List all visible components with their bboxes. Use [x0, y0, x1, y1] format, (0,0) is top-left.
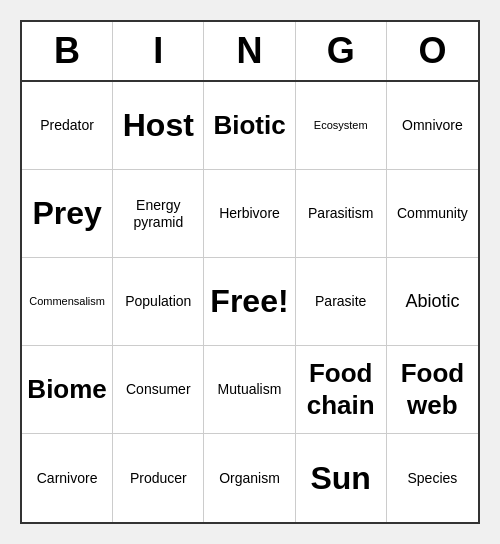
bingo-cell-r4-c4: Species: [387, 434, 478, 522]
cell-text-r4-c3: Sun: [310, 459, 370, 497]
cell-text-r3-c4: Food web: [391, 358, 474, 420]
bingo-cell-r3-c0: Biome: [22, 346, 113, 434]
bingo-letter-n: N: [204, 22, 295, 80]
cell-text-r1-c2: Herbivore: [219, 205, 280, 222]
cell-text-r3-c0: Biome: [27, 374, 106, 405]
bingo-header: BINGO: [22, 22, 478, 82]
cell-text-r2-c2: Free!: [210, 282, 288, 320]
bingo-letter-i: I: [113, 22, 204, 80]
cell-text-r2-c0: Commensalism: [29, 295, 105, 308]
bingo-cell-r2-c3: Parasite: [296, 258, 387, 346]
cell-text-r4-c1: Producer: [130, 470, 187, 487]
cell-text-r3-c2: Mutualism: [218, 381, 282, 398]
cell-text-r4-c2: Organism: [219, 470, 280, 487]
cell-text-r3-c1: Consumer: [126, 381, 191, 398]
cell-text-r3-c3: Food chain: [300, 358, 382, 420]
bingo-cell-r1-c3: Parasitism: [296, 170, 387, 258]
cell-text-r0-c4: Omnivore: [402, 117, 463, 134]
bingo-cell-r0-c4: Omnivore: [387, 82, 478, 170]
bingo-letter-b: B: [22, 22, 113, 80]
bingo-cell-r4-c2: Organism: [204, 434, 295, 522]
bingo-cell-r0-c2: Biotic: [204, 82, 295, 170]
bingo-cell-r2-c4: Abiotic: [387, 258, 478, 346]
bingo-cell-r4-c1: Producer: [113, 434, 204, 522]
bingo-cell-r1-c0: Prey: [22, 170, 113, 258]
bingo-cell-r3-c2: Mutualism: [204, 346, 295, 434]
bingo-cell-r3-c1: Consumer: [113, 346, 204, 434]
bingo-cell-r0-c1: Host: [113, 82, 204, 170]
bingo-cell-r3-c4: Food web: [387, 346, 478, 434]
bingo-cell-r1-c2: Herbivore: [204, 170, 295, 258]
cell-text-r2-c3: Parasite: [315, 293, 366, 310]
cell-text-r0-c3: Ecosystem: [314, 119, 368, 132]
cell-text-r0-c0: Predator: [40, 117, 94, 134]
cell-text-r0-c1: Host: [123, 106, 194, 144]
bingo-cell-r2-c1: Population: [113, 258, 204, 346]
bingo-cell-r2-c0: Commensalism: [22, 258, 113, 346]
bingo-cell-r4-c3: Sun: [296, 434, 387, 522]
cell-text-r1-c1: Energy pyramid: [117, 197, 199, 231]
bingo-cell-r0-c0: Predator: [22, 82, 113, 170]
cell-text-r1-c4: Community: [397, 205, 468, 222]
cell-text-r1-c0: Prey: [32, 194, 101, 232]
cell-text-r2-c4: Abiotic: [405, 291, 459, 313]
bingo-cell-r1-c1: Energy pyramid: [113, 170, 204, 258]
cell-text-r1-c3: Parasitism: [308, 205, 373, 222]
cell-text-r4-c4: Species: [407, 470, 457, 487]
bingo-cell-r1-c4: Community: [387, 170, 478, 258]
bingo-cell-r0-c3: Ecosystem: [296, 82, 387, 170]
bingo-cell-r2-c2: Free!: [204, 258, 295, 346]
bingo-letter-g: G: [296, 22, 387, 80]
bingo-cell-r3-c3: Food chain: [296, 346, 387, 434]
cell-text-r2-c1: Population: [125, 293, 191, 310]
bingo-cell-r4-c0: Carnivore: [22, 434, 113, 522]
bingo-letter-o: O: [387, 22, 478, 80]
bingo-card: BINGO PredatorHostBioticEcosystemOmnivor…: [20, 20, 480, 524]
bingo-grid: PredatorHostBioticEcosystemOmnivorePreyE…: [22, 82, 478, 522]
cell-text-r4-c0: Carnivore: [37, 470, 98, 487]
cell-text-r0-c2: Biotic: [213, 110, 285, 141]
